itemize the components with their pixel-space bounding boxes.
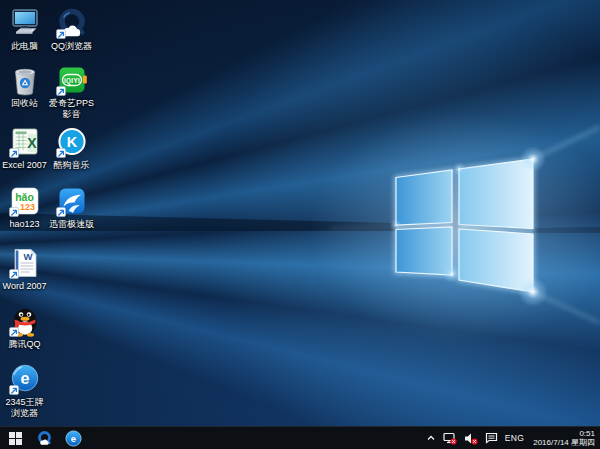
- system-tray: ENG 0:51 2016/7/14 星期四: [426, 429, 600, 448]
- action-center-button[interactable]: [485, 432, 498, 444]
- taskbar-2345-browser-button[interactable]: e: [59, 427, 88, 449]
- desktop-icon-label: 迅雷极速版: [49, 219, 94, 230]
- shortcut-arrow-overlay: [56, 87, 65, 96]
- shortcut-arrow-overlay: [9, 149, 18, 158]
- desktop-icon-label: Word 2007: [3, 281, 47, 292]
- network-disconnected-icon: [443, 432, 457, 445]
- desktop-icon-xunlei[interactable]: 迅雷极速版: [48, 184, 95, 230]
- excel-icon: X: [8, 125, 42, 159]
- volume-status-button[interactable]: [464, 432, 478, 445]
- qq-penguin-icon: [8, 304, 42, 338]
- shortcut-arrow-overlay: [9, 270, 18, 279]
- svg-text:123: 123: [19, 202, 34, 212]
- desktop-icon-label: QQ浏览器: [51, 41, 92, 52]
- word-icon: W: [8, 246, 42, 280]
- xunlei-bird-icon: [55, 184, 89, 218]
- desktop-icon-label: 酷狗音乐: [54, 160, 90, 171]
- desktop-icon-excel-2007[interactable]: X Excel 2007: [1, 125, 48, 171]
- language-indicator[interactable]: ENG: [505, 433, 524, 443]
- qq-browser-icon: [36, 430, 53, 447]
- desktop-icon-recycle-bin[interactable]: 回收站: [1, 63, 48, 109]
- desktop-icon-iqiyi-pps[interactable]: iQIYI 爱奇艺PPS 影音: [48, 63, 95, 120]
- shortcut-arrow-overlay: [9, 328, 18, 337]
- desktop-icon-qq-browser[interactable]: QQ浏览器: [48, 6, 95, 52]
- shortcut-arrow-overlay: [56, 30, 65, 39]
- desktop-icon-word-2007[interactable]: W Word 2007: [1, 246, 48, 292]
- shortcut-arrow-overlay: [9, 208, 18, 217]
- action-center-icon: [485, 432, 498, 444]
- show-hidden-icons-button[interactable]: [426, 433, 436, 443]
- svg-text:K: K: [66, 134, 77, 150]
- chevron-up-icon: [426, 433, 436, 443]
- desktop-icon-hao123[interactable]: hǎo 123 hao123: [1, 184, 48, 230]
- windows-start-icon: [9, 432, 22, 445]
- qq-browser-icon: [55, 6, 89, 40]
- start-button[interactable]: [0, 427, 30, 449]
- this-pc-icon: [8, 6, 42, 40]
- svg-text:e: e: [20, 370, 29, 387]
- kugou-icon: K: [55, 125, 89, 159]
- speaker-muted-icon: [464, 432, 478, 445]
- svg-text:X: X: [27, 135, 37, 151]
- shortcut-arrow-overlay: [56, 149, 65, 158]
- clock-date: 2016/7/14 星期四: [533, 438, 595, 448]
- desktop-icon-2345-browser[interactable]: e 2345王牌浏览器: [1, 362, 48, 419]
- desktop-icon-label: 2345王牌浏览器: [1, 397, 48, 419]
- desktop-icon-tencent-qq[interactable]: 腾讯QQ: [1, 304, 48, 350]
- shortcut-arrow-overlay: [56, 208, 65, 217]
- hao123-icon: hǎo 123: [8, 184, 42, 218]
- desktop-icon-label: 回收站: [11, 98, 38, 109]
- windows-desktop: 此电脑 回收站 X Excel 2007 hǎo 1: [0, 0, 600, 449]
- desktop-icon-label: 腾讯QQ: [8, 339, 40, 350]
- svg-text:W: W: [23, 251, 32, 262]
- desktop-icon-this-pc[interactable]: 此电脑: [1, 6, 48, 52]
- 2345-browser-e-icon: e: [8, 362, 42, 396]
- svg-text:iQIYI: iQIYI: [63, 77, 79, 85]
- 2345-browser-e-icon: e: [65, 430, 82, 447]
- desktop-icon-label: 爱奇艺PPS 影音: [48, 98, 95, 120]
- svg-text:hǎo: hǎo: [15, 191, 34, 203]
- recycle-bin-icon: [8, 63, 42, 97]
- desktop-icon-kugou-music[interactable]: K 酷狗音乐: [48, 125, 95, 171]
- svg-text:e: e: [71, 433, 76, 444]
- iqiyi-icon: iQIYI: [55, 63, 89, 97]
- desktop-icon-label: hao123: [9, 219, 39, 230]
- taskbar: e: [0, 426, 600, 449]
- clock-time: 0:51: [533, 429, 595, 439]
- taskbar-qq-browser-button[interactable]: [30, 427, 59, 449]
- shortcut-arrow-overlay: [9, 386, 18, 395]
- desktop-icon-label: Excel 2007: [2, 160, 47, 171]
- network-status-button[interactable]: [443, 432, 457, 445]
- taskbar-clock[interactable]: 0:51 2016/7/14 星期四: [531, 429, 595, 448]
- desktop-icon-label: 此电脑: [11, 41, 38, 52]
